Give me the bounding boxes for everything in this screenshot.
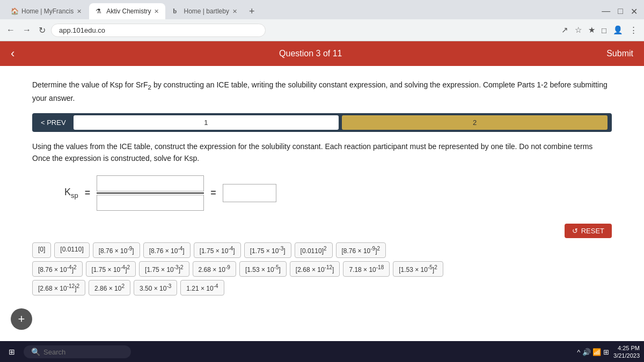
refresh-button[interactable]: ↻ — [36, 23, 48, 38]
tab-label-2: Aktiv Chemistry — [106, 8, 151, 15]
taskbar-clock: 4:25 PM 3/21/2023 — [613, 344, 640, 360]
ksp-result-input[interactable] — [223, 184, 276, 202]
tab-favicon-3: b — [173, 8, 180, 15]
ksp-expression-row: Ksp = = — [64, 175, 612, 211]
tab-bar: 🏠 Home | MyFrancis ✕ ⚗ Aktiv Chemistry ✕… — [0, 0, 644, 19]
restore-button[interactable]: □ — [616, 4, 625, 18]
address-bar: ← → ↻ ↗ ☆ ★ □ 👤 ⋮ — [0, 19, 644, 41]
browser-chrome: 🏠 Home | MyFrancis ✕ ⚗ Aktiv Chemistry ✕… — [0, 0, 644, 41]
clock-time: 4:25 PM — [613, 344, 640, 352]
tile-175e-4-sq[interactable]: [1.75 × 10-4]2 — [86, 261, 136, 277]
tile-268e-12-sq[interactable]: [2.68 × 10-12]2 — [32, 280, 85, 295]
forward-nav-button[interactable]: → — [20, 23, 33, 37]
ksp-denominator-input[interactable] — [97, 195, 204, 211]
tile-718e-18[interactable]: 7.18 × 10-18 — [343, 261, 390, 277]
tab-close-1[interactable]: ✕ — [77, 8, 82, 15]
reset-button[interactable]: ↺ RESET — [565, 224, 612, 238]
account-button[interactable]: 👤 — [611, 23, 625, 37]
ksp-subscript: sp — [71, 191, 78, 199]
ksp-numerator-input[interactable] — [97, 175, 204, 191]
tile-268e-9[interactable]: 2.68 × 10-9 — [193, 261, 236, 277]
browser-actions: ↗ ☆ ★ □ 👤 ⋮ — [559, 23, 640, 37]
question-title: Question 3 of 11 — [279, 49, 342, 58]
back-button[interactable]: ‹ — [11, 47, 14, 61]
tile-121e-4[interactable]: 1.21 × 10-4 — [180, 280, 224, 295]
bookmark-button[interactable]: ☆ — [573, 23, 584, 37]
tile-0[interactable]: [0] — [32, 242, 51, 258]
minimize-button[interactable]: — — [599, 4, 612, 18]
ksp-fraction-line — [97, 193, 204, 194]
tiles-section: ↺ RESET [0] [0.0110] [8.76 × 10-9] [8.76… — [32, 224, 612, 295]
tile-175e-3-sq[interactable]: [1.75 × 10-3]2 — [139, 261, 189, 277]
tile-876e-9-sq[interactable]: [8.76 × 10-9]2 — [336, 242, 386, 258]
tiles-row-3: [2.68 × 10-12]2 2.86 × 102 3.50 × 10-3 1… — [32, 280, 612, 295]
taskbar-search-bar[interactable]: 🔍 — [24, 345, 131, 358]
tile-350e-3[interactable]: 3.50 × 10-3 — [134, 280, 177, 295]
extension-button[interactable]: ★ — [586, 23, 597, 37]
close-button[interactable]: ✕ — [628, 4, 640, 19]
part-navigation: < PREV 1 2 — [32, 113, 612, 132]
ksp-label: Ksp — [64, 187, 78, 200]
system-tray: ^ 🔊 📶 ⊞ — [577, 348, 609, 356]
tile-876e-9[interactable]: [8.76 × 10-9] — [93, 242, 140, 258]
tiles-row-2: [8.76 × 10-4]2 [1.75 × 10-4]2 [1.75 × 10… — [32, 261, 612, 277]
tile-175e-3[interactable]: [1.75 × 10-3] — [244, 242, 291, 258]
clock-date: 3/21/2023 — [613, 352, 640, 359]
menu-button[interactable]: ⋮ — [627, 23, 640, 37]
profile-button[interactable]: □ — [599, 23, 609, 37]
part-tab-2[interactable]: 2 — [342, 115, 608, 130]
main-instructions: Determine the value of Ksp for SrF2 by c… — [32, 79, 612, 105]
question-header: ‹ Question 3 of 11 Submit — [0, 41, 644, 66]
tile-153e-5-sq[interactable]: [1.53 × 10-5]2 — [393, 261, 443, 277]
main-content: Determine the value of Ksp for SrF2 by c… — [0, 66, 644, 341]
tile-0110[interactable]: [0.0110] — [54, 242, 89, 258]
ksp-fraction[interactable] — [97, 175, 204, 211]
tile-286e2[interactable]: 2.86 × 102 — [89, 280, 130, 295]
share-button[interactable]: ↗ — [559, 23, 570, 37]
tile-0110-sq[interactable]: [0.0110]2 — [295, 242, 333, 258]
tab-label-1: Home | MyFrancis — [21, 8, 74, 15]
tiles-row-1: [0] [0.0110] [8.76 × 10-9] [8.76 × 10-4]… — [32, 242, 612, 258]
tab-close-3[interactable]: ✕ — [232, 8, 237, 15]
tab-myfrancis[interactable]: 🏠 Home | MyFrancis ✕ — [4, 3, 88, 19]
new-tab-button[interactable]: + — [245, 6, 259, 17]
submit-button[interactable]: Submit — [606, 49, 633, 58]
search-icon: 🔍 — [31, 348, 40, 356]
back-nav-button[interactable]: ← — [4, 23, 17, 37]
taskbar: ⊞ 🔍 ^ 🔊 📶 ⊞ 4:25 PM 3/21/2023 — [0, 341, 644, 362]
tab-favicon-1: 🏠 — [11, 8, 18, 15]
equals-sign-1: = — [85, 187, 91, 198]
add-button[interactable]: + — [11, 308, 32, 330]
reset-label: RESET — [581, 227, 604, 235]
tile-876e-4-sq[interactable]: [8.76 × 10-4]2 — [32, 261, 83, 277]
part-tab-1[interactable]: 1 — [74, 115, 339, 130]
reset-icon: ↺ — [572, 227, 578, 235]
tab-aktiv[interactable]: ⚗ Aktiv Chemistry ✕ — [89, 3, 165, 19]
tile-268e-12[interactable]: [2.68 × 10-12] — [290, 261, 340, 277]
tile-876e-4[interactable]: [8.76 × 10-4] — [143, 242, 191, 258]
tab-bartleby[interactable]: b Home | bartleby ✕ — [166, 3, 244, 19]
tab-label-3: Home | bartleby — [184, 8, 229, 15]
tile-153e-5[interactable]: [1.53 × 10-5] — [239, 261, 287, 277]
tab-close-2[interactable]: ✕ — [154, 8, 159, 15]
tab-favicon-2: ⚗ — [96, 8, 103, 15]
address-input[interactable] — [51, 24, 266, 37]
equals-sign-2: = — [210, 187, 216, 198]
taskbar-search-input[interactable] — [43, 348, 113, 356]
start-button[interactable]: ⊞ — [4, 345, 19, 358]
taskbar-right: ^ 🔊 📶 ⊞ 4:25 PM 3/21/2023 — [577, 344, 640, 360]
prev-part-button[interactable]: < PREV — [36, 116, 70, 129]
step-instructions: Using the values from the ICE table, con… — [32, 141, 612, 165]
tile-175e-4[interactable]: [1.75 × 10-4] — [194, 242, 241, 258]
